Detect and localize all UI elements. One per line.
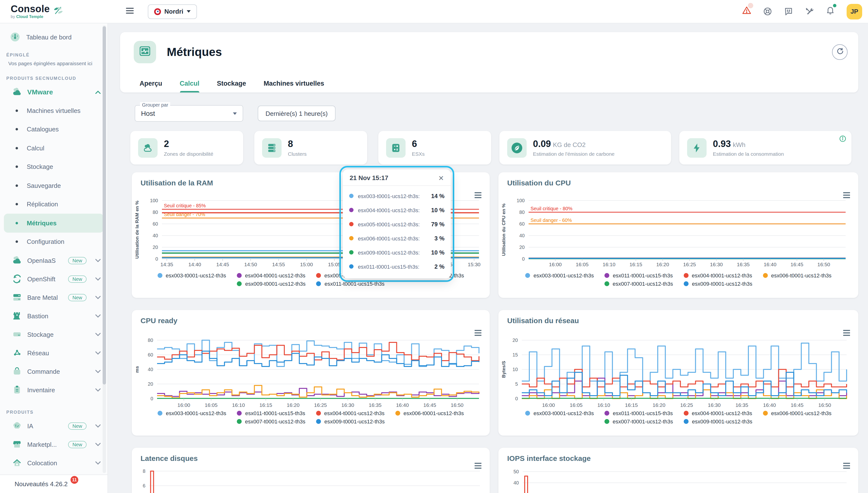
- legend-item[interactable]: esx009-t0001-ucs12-th3s: [684, 419, 752, 424]
- legend-item[interactable]: esx004-t0001-ucs12-th3s: [683, 273, 752, 278]
- legend-item[interactable]: esx007-t0001-ucs12-th3s: [237, 419, 305, 424]
- legend-item[interactable]: esx011-t0001-ucs15-th3s: [605, 410, 673, 416]
- bullet-icon: [16, 241, 18, 243]
- sidebar-group-colocation[interactable]: Colocation: [0, 454, 108, 472]
- legend-item[interactable]: esx003-t0001-ucs12-th3s: [525, 410, 594, 416]
- sidebar-item-m-triques[interactable]: Métriques: [4, 214, 104, 232]
- legend-item[interactable]: esx004-t0001-ucs12-th3s: [683, 410, 752, 416]
- series-dot-icon: [604, 281, 609, 286]
- chevron-down-icon[interactable]: [95, 277, 101, 281]
- legend-item[interactable]: esx006-t0001-ucs12-th3s: [763, 410, 831, 416]
- svg-text:20: 20: [512, 338, 518, 343]
- chevron-down-icon[interactable]: [95, 351, 101, 355]
- legend-item[interactable]: esx007-t0001-ucs12-th3s: [604, 281, 673, 287]
- alert-icon[interactable]: [742, 6, 751, 17]
- sidebar-item-machines-virtuelles[interactable]: Machines virtuelles: [0, 101, 108, 120]
- chevron-down-icon[interactable]: [95, 443, 101, 446]
- support-icon[interactable]: [763, 7, 772, 16]
- chevron-down-icon[interactable]: [95, 333, 101, 336]
- stat-label: Estimation de l'émission de carbone: [533, 151, 615, 156]
- legend-item[interactable]: esx009-t0001-ucs12-th3s: [684, 281, 752, 287]
- sidebar-item-catalogues[interactable]: Catalogues: [0, 120, 108, 139]
- menu-toggle-icon[interactable]: [125, 6, 134, 17]
- feedback-icon[interactable]: [784, 7, 793, 16]
- time-range-button[interactable]: Dernière(s) 1 heure(s): [258, 106, 336, 121]
- svg-text:100: 100: [517, 198, 525, 203]
- legend-item[interactable]: esx007-t0001-ucs12-th3s: [604, 419, 673, 424]
- sidebar-group-inventaire[interactable]: Inventaire: [0, 381, 108, 399]
- chevron-down-icon[interactable]: [95, 296, 101, 299]
- legend-item[interactable]: esx011-t0001-ucs15-th3s: [605, 273, 673, 278]
- sidebar: Tableau de bordÉPINGLÉVos pages épinglée…: [0, 23, 108, 493]
- svg-text:16:30: 16:30: [708, 402, 721, 408]
- sidebar-group-vmware[interactable]: VMware: [0, 83, 108, 101]
- chart-tooltip: 21 Nov 15:17 ✕ esx003-t0001-ucs12-th3s:1…: [343, 169, 451, 278]
- avatar[interactable]: JP: [847, 4, 862, 19]
- sidebar-item-dashboard[interactable]: Tableau de bord: [0, 28, 108, 46]
- sidebar-group-r-seau[interactable]: Réseau: [0, 344, 108, 362]
- tooltip-host: esx005-t0001-ucs12-th3s:: [358, 221, 420, 227]
- sidebar-group-bastion[interactable]: Bastion: [0, 307, 108, 325]
- legend-item[interactable]: esx006-t0001-ucs12-th3s: [763, 273, 831, 278]
- chevron-down-icon[interactable]: [95, 424, 101, 428]
- chevron-down-icon[interactable]: [95, 370, 101, 373]
- close-icon[interactable]: ✕: [438, 174, 444, 181]
- chevron-down-icon[interactable]: [95, 314, 101, 318]
- sidebar-group-commande[interactable]: Commande: [0, 362, 108, 381]
- logo[interactable]: Console by Cloud Temple: [0, 0, 108, 23]
- legend-item[interactable]: esx006-t0001-ucs12-th3s: [395, 410, 464, 416]
- chevron-down-icon[interactable]: [95, 259, 101, 262]
- info-icon[interactable]: [839, 135, 846, 144]
- series-dot-icon: [349, 194, 353, 198]
- chevron-down-icon[interactable]: [95, 388, 101, 391]
- legend-item[interactable]: esx003-t0001-ucs12-th3s: [525, 273, 594, 278]
- sidebar-item-configuration[interactable]: Configuration: [0, 232, 108, 251]
- legend-item[interactable]: esx004-t0001-ucs12-th3s: [237, 273, 305, 278]
- series-dot-icon: [525, 273, 530, 278]
- sidebar-item-calcul[interactable]: Calcul: [0, 139, 108, 157]
- legend-item[interactable]: esx004-t0001-ucs12-th3s: [316, 410, 384, 416]
- refresh-button[interactable]: [832, 44, 848, 60]
- svg-text:16:45: 16:45: [791, 262, 803, 267]
- bell-icon[interactable]: [826, 6, 835, 17]
- legend-item[interactable]: esx009-t0001-ucs12-th3s: [237, 281, 305, 287]
- metrics-page-icon: [134, 41, 156, 63]
- legend-item[interactable]: esx003-t0001-ucs12-th3s: [158, 410, 226, 416]
- svg-text:16:15: 16:15: [625, 402, 638, 408]
- series-dot-icon: [349, 208, 353, 212]
- tab-aper-u[interactable]: Aperçu: [140, 80, 162, 92]
- bullet-icon: [16, 185, 18, 187]
- sidebar-group-openiaas[interactable]: OpenIaaSNew: [0, 251, 108, 270]
- tab-machines-virtuelles[interactable]: Machines virtuelles: [264, 80, 324, 92]
- tenant-selector[interactable]: Nordri: [148, 4, 197, 19]
- stat-value: 2: [164, 139, 169, 149]
- legend-item[interactable]: esx011-t0001-ucs15-th3s: [237, 410, 305, 416]
- sidebar-scrollbar[interactable]: [102, 26, 106, 384]
- chart-legend: esx003-t0001-ucs12-th3sesx011-t0001-ucs1…: [498, 273, 858, 287]
- sidebar-item-sauvegarde[interactable]: Sauvegarde: [0, 176, 108, 195]
- svg-text:16:05: 16:05: [570, 402, 583, 408]
- svg-text:Utilisation du CPU en %: Utilisation du CPU en %: [501, 203, 506, 256]
- svg-text:16:40: 16:40: [764, 262, 777, 267]
- sidebar-group-ia[interactable]: IANew: [0, 416, 108, 435]
- legend-item[interactable]: esx003-t0001-ucs12-th3s: [157, 273, 226, 278]
- sidebar-group-marketpl-[interactable]: Marketpl...New: [0, 435, 108, 454]
- sidebar-item-stockage[interactable]: Stockage: [0, 157, 108, 176]
- group-by-select[interactable]: Grouper par Host: [135, 105, 243, 122]
- series-dot-icon: [605, 273, 610, 278]
- whats-new-badge: 11: [70, 476, 78, 484]
- sidebar-item-r-plication[interactable]: Réplication: [0, 195, 108, 214]
- tools-icon[interactable]: [805, 7, 814, 16]
- sidebar-group-openshift[interactable]: OpenShiftNew: [0, 270, 108, 288]
- sidebar-group-stockage[interactable]: Stockage: [0, 325, 108, 344]
- legend-item[interactable]: esx009-t0001-ucs12-th3s: [316, 419, 385, 424]
- svg-text:100: 100: [150, 198, 158, 203]
- whats-new-link[interactable]: Nouveautés 4.26.2 11: [0, 474, 108, 493]
- chart-plot: 05101520Bytes/S16:0016:0516:1016:1516:20…: [498, 335, 858, 412]
- chevron-up-icon[interactable]: [95, 90, 101, 94]
- tab-calcul[interactable]: Calcul: [180, 80, 199, 92]
- series-dot-icon: [349, 264, 353, 269]
- tab-stockage[interactable]: Stockage: [217, 80, 246, 92]
- sidebar-group-bare-metal[interactable]: Bare MetalNew: [0, 288, 108, 307]
- chevron-down-icon[interactable]: [95, 461, 101, 465]
